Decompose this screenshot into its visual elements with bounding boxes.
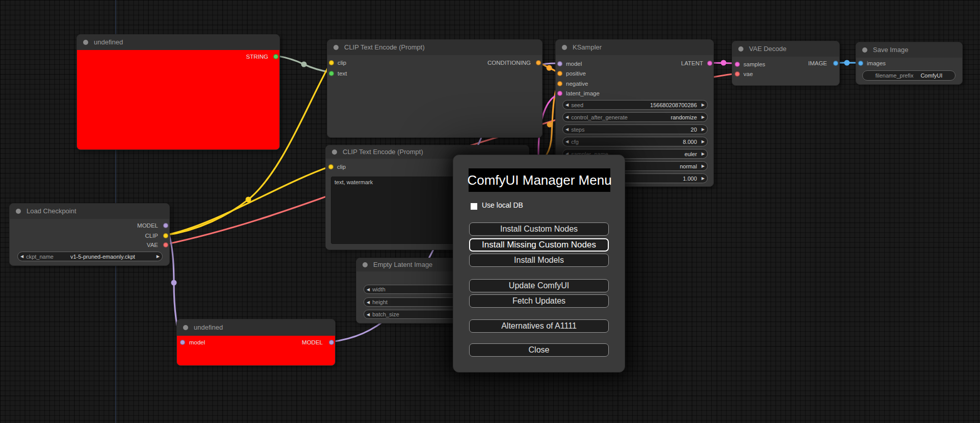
node-collapse-dot[interactable] — [562, 45, 567, 50]
comfyui-canvas[interactable]: { "canvas": {"bg": "#1a1a1a", "axis_line… — [0, 0, 980, 423]
node-clip-text-encode-1[interactable]: CLIP Text Encode (Prompt) clip text COND… — [327, 39, 543, 138]
widget-seed[interactable]: ◀ seed 156680208700286 ▶ — [562, 100, 708, 110]
input-port-latent-image[interactable] — [557, 91, 562, 96]
node-title: CLIP Text Encode (Prompt) — [344, 43, 425, 51]
decrement-arrow-icon[interactable]: ◀ — [18, 254, 26, 259]
input-port-clip[interactable] — [328, 164, 333, 169]
output-port-image[interactable] — [833, 61, 838, 66]
increment-arrow-icon[interactable]: ▶ — [699, 176, 707, 181]
use-local-db-checkbox[interactable] — [471, 203, 477, 210]
node-title: Empty Latent Image — [373, 261, 432, 268]
input-port-samples[interactable] — [735, 62, 740, 67]
output-port-clip[interactable] — [163, 233, 168, 238]
widget-label: width — [372, 286, 385, 292]
widget-value[interactable]: ComfyUI — [920, 72, 942, 79]
decrement-arrow-icon[interactable]: ◀ — [563, 139, 571, 144]
widget-label: batch_size — [372, 311, 399, 317]
input-port-vae[interactable] — [735, 71, 740, 77]
output-label-conditioning: CONDITIONING — [327, 58, 531, 68]
node-title: Save Image — [873, 46, 908, 54]
reroute-dot-clip[interactable] — [246, 197, 251, 203]
input-port-negative[interactable] — [557, 81, 562, 86]
node-undefined-top[interactable]: undefined STRING — [76, 34, 280, 150]
increment-arrow-icon[interactable]: ▶ — [699, 164, 707, 168]
widget-label: filename_prefix — [875, 72, 921, 79]
input-label-positive: positive — [566, 68, 586, 79]
widget-value[interactable]: v1-5-pruned-emaonly.ckpt — [54, 254, 154, 260]
decrement-arrow-icon[interactable]: ◀ — [364, 312, 372, 317]
widget-value[interactable]: randomize — [628, 114, 699, 120]
decrement-arrow-icon[interactable]: ◀ — [563, 115, 571, 119]
install-missing-custom-nodes-button[interactable]: Install Missing Custom Nodes — [469, 238, 609, 252]
output-port-latent[interactable] — [707, 61, 712, 66]
input-port-model[interactable] — [557, 61, 562, 66]
reroute-dot-cond-1[interactable] — [547, 65, 552, 71]
reroute-dot-cond-2[interactable] — [547, 122, 553, 128]
update-comfyui-button[interactable]: Update ComfyUI — [469, 279, 609, 292]
decrement-arrow-icon[interactable]: ◀ — [563, 103, 571, 107]
input-port-positive[interactable] — [557, 71, 562, 76]
increment-arrow-icon[interactable]: ▶ — [699, 139, 707, 144]
node-undefined-bottom[interactable]: undefined model MODEL — [176, 319, 336, 366]
increment-arrow-icon[interactable]: ▶ — [699, 103, 707, 107]
node-title: Load Checkpoint — [27, 207, 76, 215]
input-port-model[interactable] — [180, 340, 185, 345]
output-port-model[interactable] — [329, 340, 334, 345]
widget-label: ckpt_name — [26, 254, 54, 260]
node-collapse-dot[interactable] — [363, 262, 368, 267]
widget-control-after-generate[interactable]: ◀ control_after_generate randomize ▶ — [562, 112, 708, 122]
input-port-text[interactable] — [329, 71, 334, 76]
dialog-title: ComfyUI Manager Menu — [469, 168, 610, 192]
node-save-image[interactable]: Save Image images filename_prefix ComfyU… — [856, 42, 963, 85]
node-vae-decode[interactable]: VAE Decode samples vae IMAGE — [732, 41, 840, 86]
widget-value[interactable]: 20 — [584, 127, 699, 133]
decrement-arrow-icon[interactable]: ◀ — [364, 300, 372, 305]
output-port-model[interactable] — [163, 223, 168, 228]
decrement-arrow-icon[interactable]: ◀ — [364, 287, 372, 292]
increment-arrow-icon[interactable]: ▶ — [699, 127, 707, 132]
widget-value[interactable]: 156680208700286 — [583, 102, 699, 108]
error-node-body — [77, 50, 279, 150]
node-collapse-dot[interactable] — [16, 209, 21, 214]
alternatives-of-a1111-button[interactable]: Alternatives of A1111 — [469, 319, 609, 333]
reroute-dot-model[interactable] — [171, 280, 177, 286]
decrement-arrow-icon[interactable]: ◀ — [563, 127, 571, 132]
node-collapse-dot[interactable] — [332, 150, 337, 155]
widget-filename-prefix[interactable]: filename_prefix ComfyUI — [862, 70, 956, 81]
output-port-vae[interactable] — [163, 242, 168, 247]
node-load-checkpoint[interactable]: Load Checkpoint MODEL CLIP VAE ◀ ckpt_na… — [9, 203, 170, 266]
reroute-dot-image[interactable] — [844, 60, 850, 66]
reroute-dot-string[interactable] — [301, 62, 307, 67]
node-collapse-dot[interactable] — [862, 47, 867, 53]
close-button[interactable]: Close — [469, 343, 609, 357]
fetch-updates-button[interactable]: Fetch Updates — [469, 294, 609, 308]
output-port-conditioning[interactable] — [536, 60, 541, 65]
widget-ckpt-name[interactable]: ◀ ckpt_name v1-5-pruned-emaonly.ckpt ▶ — [17, 252, 163, 261]
input-port-images[interactable] — [858, 61, 863, 66]
widget-cfg[interactable]: ◀ cfg 8.000 ▶ — [562, 137, 708, 146]
node-title: VAE Decode — [749, 45, 786, 53]
node-title: KSampler — [573, 43, 602, 51]
node-collapse-dot[interactable] — [738, 46, 743, 52]
node-title: undefined — [194, 324, 223, 331]
install-custom-nodes-button[interactable]: Install Custom Nodes — [469, 222, 609, 236]
widget-label: height — [372, 299, 388, 305]
node-collapse-dot[interactable] — [83, 40, 88, 45]
input-label-vae: vae — [743, 69, 753, 79]
install-models-button[interactable]: Install Models — [469, 254, 609, 267]
widget-value[interactable]: 8.000 — [579, 139, 699, 145]
reroute-dot-latent[interactable] — [721, 60, 727, 66]
node-collapse-dot[interactable] — [183, 325, 188, 330]
widget-steps[interactable]: ◀ steps 20 ▶ — [562, 125, 708, 134]
node-collapse-dot[interactable] — [333, 45, 339, 50]
input-port-clip[interactable] — [329, 60, 334, 65]
increment-arrow-icon[interactable]: ▶ — [699, 152, 707, 156]
use-local-db-label: Use local DB — [482, 201, 523, 209]
widget-label: steps — [571, 127, 584, 133]
output-port-string[interactable] — [273, 54, 278, 59]
increment-arrow-icon[interactable]: ▶ — [154, 254, 162, 259]
increment-arrow-icon[interactable]: ▶ — [699, 115, 707, 119]
output-label-model: MODEL — [177, 337, 323, 347]
node-title: CLIP Text Encode (Prompt) — [343, 148, 423, 156]
output-label-latent: LATENT — [556, 58, 703, 68]
